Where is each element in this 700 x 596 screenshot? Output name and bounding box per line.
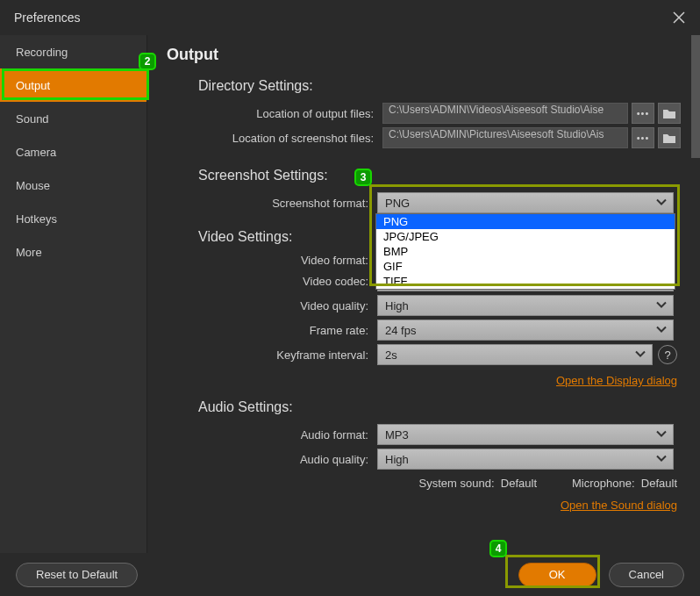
microphone-status: Microphone: Default xyxy=(572,477,677,490)
keyframe-label: Keyframe interval: xyxy=(167,348,377,362)
chevron-down-icon xyxy=(655,197,668,210)
screenshot-path-label: Location of screenshot files: xyxy=(167,132,382,145)
dropdown-option[interactable]: JPG/JPEG xyxy=(376,229,675,244)
screenshot-format-label: Screenshot format: xyxy=(167,197,377,210)
screenshot-path-folder-icon[interactable] xyxy=(658,127,681,148)
output-path-input[interactable]: C:\Users\ADMIN\Videos\Aiseesoft Studio\A… xyxy=(382,103,628,124)
keyframe-select[interactable]: 2s xyxy=(377,344,653,365)
sidebar: Recording Output Sound Camera Mouse Hotk… xyxy=(0,35,147,553)
scrollbar-thumb[interactable] xyxy=(691,35,700,158)
cancel-button[interactable]: Cancel xyxy=(609,563,684,587)
dropdown-option[interactable]: TIFF xyxy=(376,274,675,289)
sidebar-item-recording[interactable]: Recording xyxy=(0,35,146,68)
dropdown-option[interactable]: GIF xyxy=(376,259,675,274)
frame-rate-select[interactable]: 24 fps xyxy=(377,320,674,341)
frame-rate-label: Frame rate: xyxy=(167,324,377,337)
chevron-down-icon xyxy=(655,299,668,312)
output-path-label: Location of output files: xyxy=(167,107,382,120)
scrollbar[interactable] xyxy=(691,35,700,553)
section-title-screenshot: Screenshot Settings: xyxy=(198,168,681,183)
video-quality-select[interactable]: High xyxy=(377,295,674,316)
output-path-folder-icon[interactable] xyxy=(658,103,681,124)
open-sound-dialog-link[interactable]: Open the Sound dialog xyxy=(167,499,677,512)
screenshot-format-select[interactable]: PNG xyxy=(377,192,674,213)
section-title-audio: Audio Settings: xyxy=(198,399,681,415)
sidebar-item-output[interactable]: Output xyxy=(0,68,146,102)
sidebar-item-camera[interactable]: Camera xyxy=(0,135,146,169)
chevron-down-icon xyxy=(634,348,646,362)
chevron-down-icon xyxy=(655,428,668,442)
audio-quality-select[interactable]: High xyxy=(377,449,674,470)
sidebar-item-mouse[interactable]: Mouse xyxy=(0,169,146,202)
footer: Reset to Default OK Cancel xyxy=(0,553,700,596)
chevron-down-icon xyxy=(655,324,668,337)
page-title: Output xyxy=(167,46,681,64)
titlebar: Preferences xyxy=(0,0,700,35)
screenshot-path-more-icon[interactable]: ••• xyxy=(632,127,654,148)
video-codec-label: Video codec: xyxy=(167,275,377,288)
section-title-directory: Directory Settings: xyxy=(198,78,681,94)
screenshot-path-input[interactable]: C:\Users\ADMIN\Pictures\Aiseesoft Studio… xyxy=(382,127,628,148)
dropdown-option[interactable]: PNG xyxy=(376,214,675,229)
audio-format-label: Audio format: xyxy=(167,428,377,442)
screenshot-format-dropdown[interactable]: PNG JPG/JPEG BMP GIF TIFF xyxy=(375,213,675,290)
audio-format-select[interactable]: MP3 xyxy=(377,424,674,445)
system-sound-status: System sound: Default xyxy=(419,477,537,490)
dropdown-option[interactable]: BMP xyxy=(376,244,675,259)
video-quality-label: Video quality: xyxy=(167,299,377,312)
close-icon[interactable] xyxy=(668,7,689,28)
video-format-label: Video format: xyxy=(167,254,377,267)
audio-quality-label: Audio quality: xyxy=(167,453,377,466)
chevron-down-icon xyxy=(655,453,668,466)
reset-button[interactable]: Reset to Default xyxy=(16,563,138,587)
ok-button[interactable]: OK xyxy=(518,563,596,587)
help-icon[interactable]: ? xyxy=(658,345,677,364)
sidebar-item-hotkeys[interactable]: Hotkeys xyxy=(0,202,146,235)
sidebar-item-sound[interactable]: Sound xyxy=(0,102,146,135)
sidebar-item-more[interactable]: More xyxy=(0,235,146,269)
window-title: Preferences xyxy=(14,11,80,25)
output-path-more-icon[interactable]: ••• xyxy=(632,103,654,124)
main-panel: Output Directory Settings: Location of o… xyxy=(147,35,700,553)
open-display-dialog-link[interactable]: Open the Display dialog xyxy=(167,374,677,387)
